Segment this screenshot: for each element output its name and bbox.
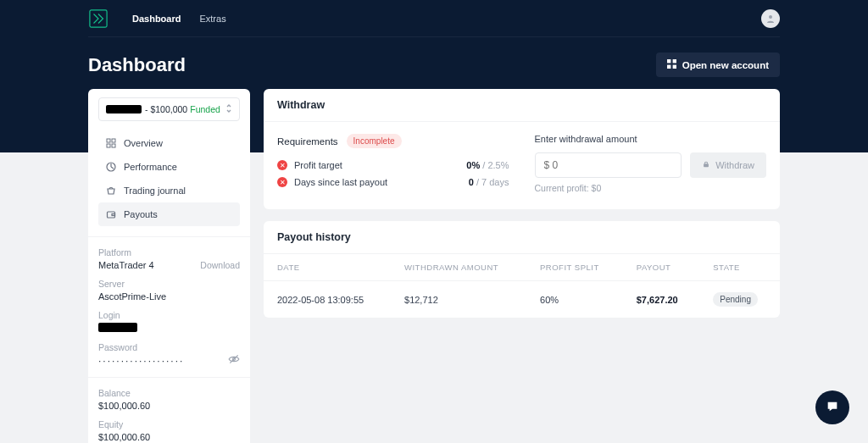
svg-rect-11: [108, 212, 115, 218]
lock-icon: [702, 160, 710, 170]
withdraw-amount-label: Enter withdrawal amount: [535, 134, 767, 144]
server-label: Server: [98, 279, 240, 289]
platform-label: Platform: [98, 247, 154, 257]
payout-history-card: Payout history DATE WITHDRAWN AMOUNT PRO…: [264, 221, 780, 318]
svg-rect-2: [667, 59, 670, 63]
col-date: DATE: [264, 254, 391, 281]
open-new-account-button[interactable]: Open new account: [656, 53, 780, 77]
server-value: AscotPrime-Live: [98, 291, 240, 302]
svg-point-1: [769, 15, 772, 19]
equity-label: Equity: [98, 419, 240, 429]
grid-icon: [105, 137, 117, 149]
payout-history-title: Payout history: [264, 221, 780, 254]
download-link[interactable]: Download: [200, 260, 240, 270]
sidebar-item-overview[interactable]: Overview: [98, 131, 240, 155]
svg-rect-6: [107, 139, 110, 142]
balance-value: $100,000.60: [98, 401, 240, 411]
account-id-redacted: [106, 105, 142, 114]
platform-value: MetaTrader 4: [98, 260, 154, 270]
nav-dashboard[interactable]: Dashboard: [132, 14, 181, 24]
page-title: Dashboard: [88, 54, 656, 76]
sidebar: - $100,000 Funded Overview Performance T…: [88, 89, 250, 443]
logo[interactable]: [88, 8, 108, 29]
col-payout: PAYOUT: [623, 254, 700, 281]
svg-rect-9: [112, 144, 115, 147]
requirements-label: Requirements: [277, 136, 338, 147]
svg-rect-12: [112, 214, 115, 216]
chart-icon: [105, 161, 117, 173]
login-label: Login: [98, 310, 240, 320]
requirement-profit-target: ✕ Profit target 0% / 2.5%: [277, 160, 509, 170]
table-row: 2022-05-08 13:09:55 $12,712 60% $7,627.2…: [264, 281, 780, 318]
password-label: Password: [98, 342, 184, 352]
svg-rect-7: [112, 139, 115, 142]
equity-value: $100,000.60: [98, 432, 240, 442]
status-badge-pending: Pending: [713, 292, 758, 307]
svg-rect-5: [672, 65, 676, 69]
bag-icon: [105, 185, 117, 197]
x-circle-icon: ✕: [277, 177, 287, 187]
svg-rect-15: [704, 163, 709, 167]
sidebar-item-payouts[interactable]: Payouts: [98, 202, 240, 226]
requirement-days-since-payout: ✕ Days since last payout 0 / 7 days: [277, 177, 509, 187]
plus-grid-icon: [667, 59, 676, 70]
svg-rect-3: [672, 59, 676, 63]
password-mask: ···················: [98, 355, 184, 367]
withdraw-button: Withdraw: [690, 152, 766, 178]
chevron-updown-icon: [225, 103, 232, 115]
avatar[interactable]: [761, 9, 780, 28]
current-profit-hint: Current profit: $0: [535, 183, 767, 193]
wallet-icon: [105, 208, 117, 220]
status-badge-incomplete: Incomplete: [347, 134, 402, 148]
withdraw-amount-input[interactable]: [535, 152, 682, 178]
login-value-redacted: [98, 323, 137, 332]
col-withdrawn: WITHDRAWN AMOUNT: [391, 254, 526, 281]
col-split: PROFIT SPLIT: [526, 254, 623, 281]
withdraw-card: Withdraw Requirements Incomplete ✕ Profi…: [264, 89, 780, 209]
svg-line-14: [230, 355, 237, 363]
sidebar-item-performance[interactable]: Performance: [98, 155, 240, 179]
col-state: STATE: [699, 254, 780, 281]
account-selector[interactable]: - $100,000 Funded: [98, 97, 240, 121]
withdraw-title: Withdraw: [264, 89, 780, 122]
svg-rect-8: [107, 144, 110, 147]
x-circle-icon: ✕: [277, 160, 287, 170]
svg-rect-4: [667, 65, 670, 69]
balance-label: Balance: [98, 388, 240, 398]
sidebar-item-trading-journal[interactable]: Trading journal: [98, 179, 240, 202]
nav-extras[interactable]: Extras: [199, 14, 225, 24]
eye-icon[interactable]: [228, 353, 240, 367]
